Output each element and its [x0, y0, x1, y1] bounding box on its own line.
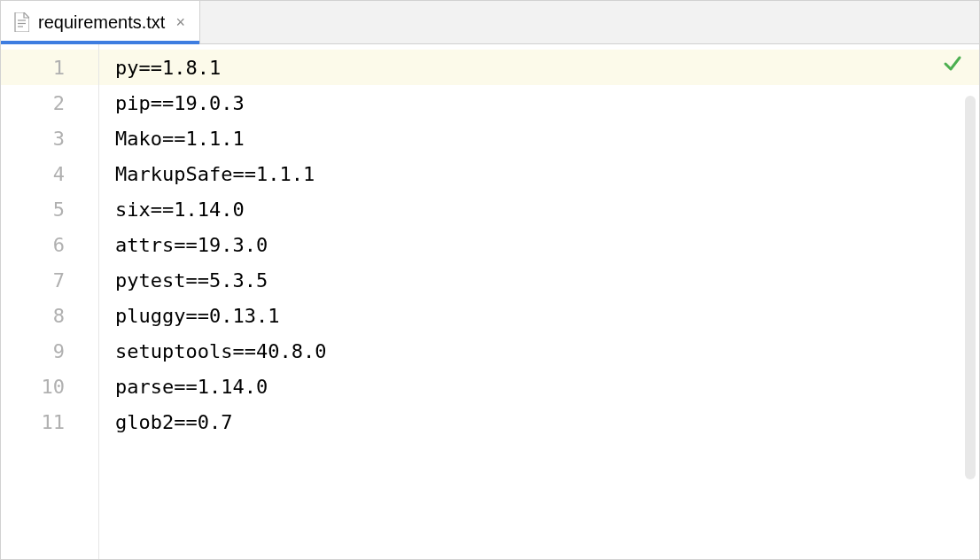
line-number[interactable]: 11: [1, 404, 98, 439]
vertical-scrollbar[interactable]: [965, 96, 976, 479]
text-file-icon: [13, 12, 29, 32]
code-line[interactable]: glob2==0.7: [99, 404, 979, 439]
status-ok-icon[interactable]: [942, 53, 963, 79]
code-line[interactable]: pytest==5.3.5: [99, 262, 979, 298]
line-number[interactable]: 8: [1, 298, 98, 333]
code-line[interactable]: pluggy==0.13.1: [99, 298, 979, 333]
code-line[interactable]: six==1.14.0: [99, 191, 979, 227]
gutter: 1 2 3 4 5 6 7 8 9 10 11: [1, 44, 99, 559]
code-line[interactable]: parse==1.14.0: [99, 369, 979, 404]
line-number[interactable]: 9: [1, 333, 98, 369]
tab-label: requirements.txt: [38, 12, 165, 33]
code-line[interactable]: Mako==1.1.1: [99, 121, 979, 156]
line-number[interactable]: 10: [1, 369, 98, 404]
line-number[interactable]: 7: [1, 262, 98, 298]
code-line[interactable]: MarkupSafe==1.1.1: [99, 156, 979, 191]
code-line[interactable]: pip==19.0.3: [99, 85, 979, 121]
line-number[interactable]: 3: [1, 121, 98, 156]
line-number[interactable]: 1: [1, 50, 98, 85]
editor-area: 1 2 3 4 5 6 7 8 9 10 11 py==1.8.1 pip==1…: [1, 44, 979, 559]
code-area[interactable]: py==1.8.1 pip==19.0.3 Mako==1.1.1 Markup…: [99, 44, 979, 559]
tab-requirements[interactable]: requirements.txt ×: [1, 1, 200, 43]
line-number[interactable]: 4: [1, 156, 98, 191]
code-line[interactable]: setuptools==40.8.0: [99, 333, 979, 369]
line-number[interactable]: 2: [1, 85, 98, 121]
tab-bar: requirements.txt ×: [1, 1, 979, 44]
code-line[interactable]: py==1.8.1: [99, 50, 979, 85]
tab-close-button[interactable]: ×: [174, 14, 187, 30]
editor-window: requirements.txt × 1 2 3 4 5 6 7 8 9 10 …: [0, 0, 980, 560]
line-number[interactable]: 5: [1, 191, 98, 227]
code-line[interactable]: attrs==19.3.0: [99, 227, 979, 262]
line-number[interactable]: 6: [1, 227, 98, 262]
